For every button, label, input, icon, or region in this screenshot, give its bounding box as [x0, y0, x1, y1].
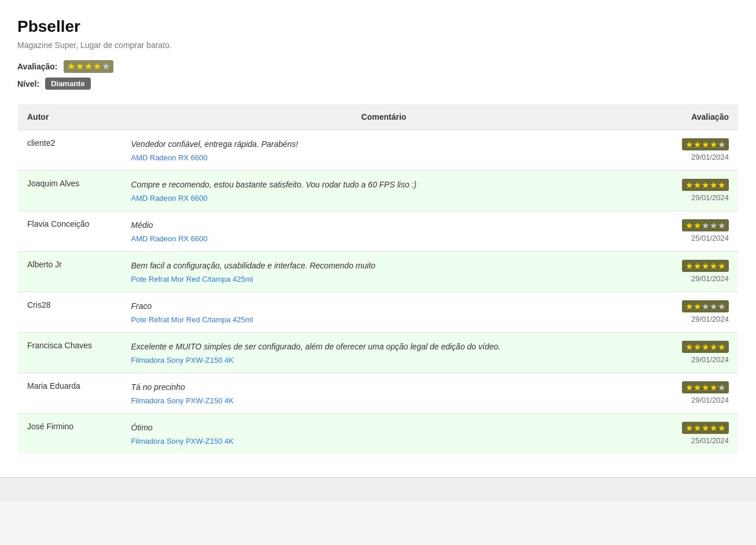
star-icon: ★ — [685, 262, 693, 270]
review-stars: ★★★★★ — [682, 260, 729, 272]
star-icon: ★ — [694, 383, 701, 392]
product-link[interactable]: Filmadora Sony PXW-Z150 4K — [131, 356, 234, 364]
table-row: Maria EduardaTá no precinhoFilmadora Son… — [18, 373, 739, 414]
author-cell: Francisca Chaves — [18, 333, 122, 373]
table-row: cliente2Vendedor confiável, entrega rápi… — [18, 130, 739, 171]
review-stars: ★★★★★ — [682, 381, 729, 393]
star-icon: ★ — [718, 424, 725, 432]
rating-cell: ★★★★★29/01/2024 — [646, 373, 739, 414]
star-icon: ★ — [710, 383, 717, 392]
product-link[interactable]: Filmadora Sony PXW-Z150 4K — [131, 437, 234, 445]
comment-text: Compre e recomendo, estou bastante satis… — [131, 179, 637, 191]
star-icon: ★ — [685, 221, 693, 230]
rating-cell: ★★★★★29/01/2024 — [646, 130, 739, 171]
page-container: Pbseller Magazine Super, Lugar de compra… — [0, 0, 756, 477]
review-date: 25/01/2024 — [655, 436, 729, 445]
star-icon: ★ — [685, 302, 693, 311]
author-cell: Joaquim Alves — [18, 171, 122, 211]
review-stars: ★★★★★ — [682, 300, 729, 312]
review-date: 29/01/2024 — [655, 153, 729, 161]
comment-cell: FracoPote Refrat Mor Red C/tampa 425ml — [122, 292, 646, 333]
level-row: Nível: Diamante — [17, 78, 739, 90]
comment-text: Médio — [131, 219, 637, 231]
star-icon: ★ — [685, 181, 693, 189]
star-icon: ★ — [685, 424, 693, 432]
comment-text: Tá no precinho — [131, 381, 637, 393]
comment-text: Ótimo — [131, 422, 637, 434]
star-icon: ★ — [702, 140, 709, 149]
star-icon: ★ — [710, 302, 717, 311]
star-icon: ★ — [702, 302, 709, 311]
star-icon: ★ — [694, 221, 701, 230]
product-link[interactable]: AMD Radeon RX 6600 — [131, 153, 208, 162]
review-date: 29/01/2024 — [655, 274, 729, 283]
seller-title: Pbseller — [17, 17, 739, 36]
col-header-comment: Comentário — [122, 104, 646, 130]
star-icon: ★ — [685, 140, 693, 149]
star-icon: ★ — [718, 383, 725, 392]
review-stars: ★★★★★ — [682, 138, 729, 150]
star-icon: ★ — [685, 343, 693, 351]
author-cell: José Firmino — [18, 414, 122, 454]
table-row: Flavia ConceiçãoMédioAMD Radeon RX 6600★… — [18, 211, 739, 252]
review-stars: ★★★★★ — [682, 219, 729, 231]
rating-row: Avaliação: ★★★★★ — [17, 60, 739, 73]
product-link[interactable]: Pote Refrat Mor Red C/tampa 425ml — [131, 275, 253, 283]
star-icon: ★ — [710, 262, 717, 270]
rating-cell: ★★★★★29/01/2024 — [646, 171, 739, 211]
review-date: 29/01/2024 — [655, 396, 729, 404]
product-link[interactable]: Filmadora Sony PXW-Z150 4K — [131, 396, 234, 405]
review-stars: ★★★★★ — [682, 422, 729, 434]
table-header-row: Autor Comentário Avaliação — [18, 104, 739, 130]
star-icon: ★ — [702, 181, 709, 189]
star-icon: ★ — [694, 181, 701, 189]
comment-text: Excelente e MUITO simples de ser configu… — [131, 341, 637, 353]
star-icon: ★ — [694, 343, 701, 351]
rating-cell: ★★★★★29/01/2024 — [646, 292, 739, 333]
table-row: José FirminoÓtimoFilmadora Sony PXW-Z150… — [18, 414, 739, 454]
rating-cell: ★★★★★29/01/2024 — [646, 333, 739, 373]
product-link[interactable]: AMD Radeon RX 6600 — [131, 194, 208, 202]
star-icon: ★ — [718, 181, 725, 189]
col-header-rating: Avaliação — [646, 104, 739, 130]
star-icon: ★ — [710, 140, 717, 149]
level-label: Nível: — [17, 79, 39, 89]
star-icon: ★ — [694, 262, 701, 270]
star-icon: ★ — [718, 302, 725, 311]
col-header-author: Autor — [18, 104, 122, 130]
star-icon: ★ — [718, 140, 725, 149]
rating-cell: ★★★★★25/01/2024 — [646, 414, 739, 454]
table-row: Alberto JrBem facil a configuração, usab… — [18, 252, 739, 292]
comment-cell: MédioAMD Radeon RX 6600 — [122, 211, 646, 252]
star-icon: ★ — [694, 302, 701, 311]
star-icon: ★ — [718, 262, 725, 270]
star-icon: ★ — [702, 424, 709, 432]
author-cell: Alberto Jr — [18, 252, 122, 292]
star-icon: ★ — [102, 62, 110, 71]
product-link[interactable]: Pote Refrat Mor Red C/tampa 425ml — [131, 315, 253, 324]
star-icon: ★ — [710, 424, 717, 432]
product-link[interactable]: AMD Radeon RX 6600 — [131, 234, 208, 243]
star-icon: ★ — [710, 181, 717, 189]
star-icon: ★ — [685, 383, 693, 392]
rating-cell: ★★★★★29/01/2024 — [646, 252, 739, 292]
comment-cell: Tá no precinhoFilmadora Sony PXW-Z150 4K — [122, 373, 646, 414]
review-stars: ★★★★★ — [682, 179, 729, 191]
review-date: 29/01/2024 — [655, 315, 729, 323]
star-icon: ★ — [702, 221, 709, 230]
comment-cell: Vendedor confiável, entrega rápida. Para… — [122, 130, 646, 171]
star-icon: ★ — [718, 343, 725, 351]
star-icon: ★ — [694, 140, 701, 149]
star-icon: ★ — [702, 262, 709, 270]
star-icon: ★ — [718, 221, 725, 230]
review-stars: ★★★★★ — [682, 341, 729, 353]
star-icon: ★ — [702, 343, 709, 351]
star-icon: ★ — [710, 343, 717, 351]
comment-cell: Compre e recomendo, estou bastante satis… — [122, 171, 646, 211]
star-icon: ★ — [93, 62, 101, 71]
table-row: Francisca ChavesExcelente e MUITO simple… — [18, 333, 739, 373]
seller-rating-stars: ★★★★★ — [64, 60, 113, 73]
comment-cell: ÓtimoFilmadora Sony PXW-Z150 4K — [122, 414, 646, 454]
reviews-table: Autor Comentário Avaliação cliente2Vende… — [17, 104, 739, 454]
author-cell: Maria Eduarda — [18, 373, 122, 414]
